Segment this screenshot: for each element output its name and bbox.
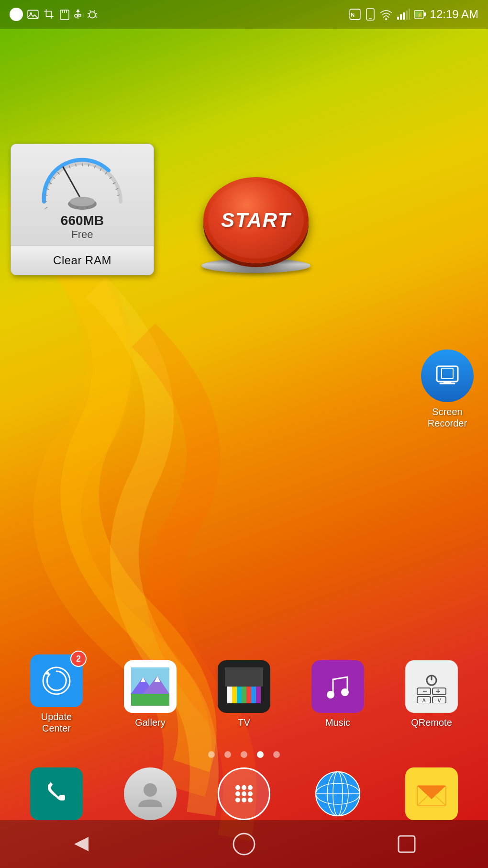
ram-value: 660MB: [61, 213, 104, 228]
svg-rect-8: [79, 14, 81, 16]
dock-phone-icon: [30, 767, 83, 820]
svg-rect-70: [246, 687, 251, 703]
svg-line-49: [63, 167, 82, 202]
svg-rect-67: [232, 687, 237, 703]
screen-recorder-symbol: [433, 361, 462, 390]
status-bar: N ⚡ 12:19 AM: [0, 0, 488, 29]
ram-widget: 660MB Free Clear RAM: [11, 144, 154, 275]
svg-rect-28: [424, 12, 426, 16]
back-icon: [69, 832, 93, 856]
svg-line-30: [44, 208, 47, 208]
nav-back-button[interactable]: [69, 832, 93, 856]
dock-email[interactable]: [405, 767, 458, 820]
svg-point-93: [235, 798, 240, 802]
page-dot-5[interactable]: [273, 751, 280, 758]
start-button[interactable]: START: [201, 177, 311, 273]
home-icon: [232, 832, 256, 856]
svg-rect-66: [227, 687, 232, 703]
svg-text:∧: ∧: [421, 696, 426, 703]
svg-rect-22: [400, 14, 402, 20]
qremote-label: QRemote: [411, 717, 452, 728]
status-icons-left: [10, 8, 99, 21]
update-center-icon: 2: [30, 654, 83, 707]
phone-outline-icon: [365, 8, 376, 21]
svg-point-94: [242, 798, 246, 802]
svg-rect-55: [442, 368, 453, 379]
svg-point-75: [341, 688, 349, 696]
svg-rect-24: [406, 11, 408, 20]
dock-contacts[interactable]: [124, 767, 177, 820]
dock-email-icon: [405, 767, 458, 820]
svg-line-41: [89, 164, 89, 167]
notification-dot-icon: [10, 8, 23, 21]
screen-recorder-icon[interactable]: ScreenRecorder: [421, 349, 474, 429]
svg-rect-71: [251, 687, 256, 703]
dock-apps[interactable]: [218, 767, 270, 820]
screen-recorder-icon-bg: [421, 349, 474, 402]
nav-bar: [0, 820, 488, 868]
page-dot-3[interactable]: [241, 751, 247, 758]
svg-rect-69: [242, 687, 246, 703]
svg-point-95: [248, 798, 253, 802]
svg-rect-23: [403, 12, 405, 20]
svg-point-89: [248, 785, 253, 790]
gallery-icon: [124, 660, 177, 713]
page-dot-1[interactable]: [208, 751, 215, 758]
svg-line-10: [90, 10, 91, 11]
ram-gauge: [34, 154, 130, 211]
svg-point-88: [242, 785, 246, 790]
svg-line-14: [88, 16, 89, 17]
svg-rect-65: [131, 694, 169, 706]
update-center-badge: 2: [70, 651, 87, 667]
wallpaper: [0, 0, 488, 868]
dock-browser[interactable]: [311, 767, 364, 820]
image-icon: [27, 8, 39, 21]
svg-point-86: [144, 783, 157, 797]
wifi-icon: [379, 8, 393, 21]
page-dot-2[interactable]: [224, 751, 231, 758]
svg-line-48: [117, 195, 120, 195]
start-button-inner[interactable]: START: [208, 182, 304, 259]
tv-label: TV: [238, 717, 250, 728]
svg-point-9: [89, 12, 96, 18]
bottom-dock: [0, 767, 488, 820]
nav-home-button[interactable]: [232, 832, 256, 856]
ram-gauge-area: 660MB Free: [11, 144, 154, 246]
signal-icon: [397, 8, 410, 21]
app-qremote[interactable]: − + ∧ ∨ QRemote: [396, 660, 467, 728]
crop-icon: [43, 8, 55, 21]
svg-rect-21: [397, 17, 399, 20]
svg-text:N: N: [351, 12, 355, 18]
svg-text:⚡: ⚡: [417, 12, 423, 18]
nfc-icon: N: [349, 8, 361, 21]
start-button-body[interactable]: START: [203, 177, 309, 263]
time-display: 12:19 AM: [430, 8, 478, 21]
svg-line-39: [76, 164, 76, 167]
app-update-center[interactable]: 2 UpdateCenter: [21, 654, 92, 734]
page-dot-4[interactable]: [257, 751, 264, 758]
svg-line-15: [96, 16, 97, 17]
battery-icon: ⚡: [414, 8, 426, 21]
clear-ram-button[interactable]: Clear RAM: [11, 246, 154, 275]
svg-point-91: [242, 791, 246, 796]
ram-info: 660MB Free: [61, 213, 104, 241]
svg-rect-25: [409, 9, 410, 20]
app-tv[interactable]: TV: [208, 660, 280, 728]
bug-icon: [86, 8, 99, 21]
app-music[interactable]: Music: [302, 660, 374, 728]
dock-contacts-icon: [124, 767, 177, 820]
page-indicators: [0, 751, 488, 758]
nav-recent-button[interactable]: [395, 832, 419, 856]
svg-point-108: [233, 834, 255, 855]
app-gallery[interactable]: Gallery: [114, 660, 186, 728]
svg-point-74: [327, 691, 334, 699]
music-label: Music: [325, 717, 350, 728]
ram-label: Free: [61, 228, 104, 241]
tv-icon: [218, 660, 270, 713]
svg-point-90: [235, 791, 240, 796]
status-icons-right: N ⚡ 12:19 AM: [349, 8, 478, 21]
svg-line-12: [88, 13, 89, 14]
svg-rect-109: [399, 836, 415, 852]
dock-phone[interactable]: [30, 767, 83, 820]
start-button-label: START: [221, 209, 291, 232]
